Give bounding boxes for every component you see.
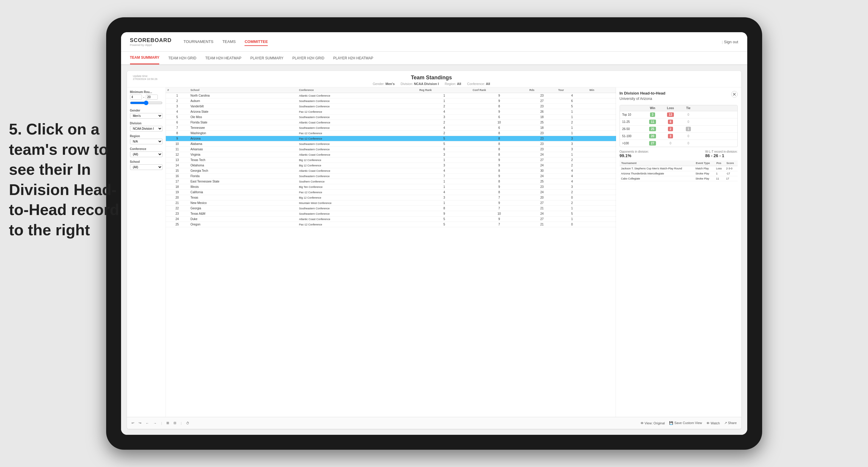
save-custom-button[interactable]: 💾 Save Custom View (669, 421, 702, 425)
redo-button[interactable]: ↪ (138, 421, 141, 425)
view-original-button[interactable]: 👁 View: Original (641, 422, 665, 425)
table-row[interactable]: 25 Oregon Pac-12 Conference 5 7 21 0 (166, 222, 616, 227)
filter-region-select[interactable]: N/A (130, 139, 162, 144)
cell-conf-rank: 8 (471, 131, 527, 136)
cell-win (588, 211, 616, 217)
h2h-range-label: 51-100 (620, 133, 644, 139)
table-row[interactable]: 15 Georgia Tech Atlantic Coast Conferenc… (166, 168, 616, 174)
cell-school: Florida (189, 174, 297, 179)
sub-tab-team-h2h-grid[interactable]: TEAM H2H GRID (168, 52, 196, 64)
watch-icon: 👁 (706, 422, 710, 425)
table-row[interactable]: 17 East Tennessee State Southern Confere… (166, 179, 616, 184)
cell-conf-rank: 8 (471, 136, 527, 142)
table-row[interactable]: 23 Texas A&M Southeastern Conference 9 1… (166, 211, 616, 217)
nav-tournaments[interactable]: TOURNAMENTS (184, 38, 214, 46)
table-row[interactable]: 6 Florida State Atlantic Coast Conferenc… (166, 120, 616, 125)
table-row[interactable]: 10 Alabama Southeastern Conference 5 8 2… (166, 142, 616, 147)
h2h-loss-cell: 13 (662, 111, 680, 118)
table-row[interactable]: 24 Duke Atlantic Coast Conference 5 9 27… (166, 217, 616, 222)
cell-conf-rank: 9 (471, 217, 527, 222)
table-row[interactable]: 12 Virginia Atlantic Coast Conference 3 … (166, 152, 616, 157)
table-row[interactable]: 16 Florida Southeastern Conference 7 9 2… (166, 174, 616, 179)
cell-reg-rank: 5 (417, 222, 471, 227)
table-row[interactable]: 3 Vanderbilt Southeastern Conference 2 8… (166, 104, 616, 109)
watch-button[interactable]: 👁 Watch (706, 422, 720, 425)
cell-reg-rank: 1 (417, 179, 471, 184)
table-row[interactable]: 2 Auburn Southeastern Conference 1 9 27 … (166, 98, 616, 104)
cell-num: 4 (166, 109, 189, 115)
sub-tab-team-summary[interactable]: TEAM SUMMARY (130, 52, 159, 64)
table-row[interactable]: 8 Washington Pac-12 Conference 2 8 23 1 (166, 131, 616, 136)
cell-rds: 23 (527, 147, 556, 152)
h2h-title: In Division Head-to-Head (620, 91, 665, 95)
table-row[interactable]: 22 Georgia Southeastern Conference 8 7 2… (166, 206, 616, 211)
filter-gender-select[interactable]: Men's (130, 113, 162, 119)
t-cell-name: Arizona Thunderbirds Intercollegiate (620, 171, 694, 176)
filter-school-select[interactable]: (All) (130, 164, 162, 170)
sign-out-button[interactable]: Sign out (722, 40, 738, 44)
table-row[interactable]: 9 Arizona Pac-12 Conference 5 8 23 3 (166, 136, 616, 142)
cell-tour: 2 (556, 200, 588, 206)
sub-tab-player-h2h-heatmap[interactable]: PLAYER H2H HEATMAP (333, 52, 373, 64)
timer-button[interactable]: ⏱ (186, 422, 189, 425)
cell-tour: 3 (556, 136, 588, 142)
table-row[interactable]: 4 Arizona State Pac-12 Conference 4 9 26… (166, 109, 616, 115)
cell-conference: Big 12 Conference (297, 157, 418, 163)
table-row[interactable]: 11 Arkansas Southeastern Conference 6 8 … (166, 147, 616, 152)
copy-button[interactable]: ⊞ (166, 421, 169, 425)
share-button[interactable]: ↗ Share (724, 421, 737, 425)
table-row[interactable]: 21 New Mexico Mountain West Conference 1… (166, 200, 616, 206)
cell-conf-rank: 8 (471, 190, 527, 195)
filter-conference-select[interactable]: (All) (130, 152, 162, 157)
cell-rds: 27 (527, 98, 556, 104)
h2h-tie-cell: 0 (680, 111, 698, 118)
undo-button[interactable]: ↩ (131, 421, 134, 425)
forward-button[interactable]: → (154, 422, 157, 425)
cell-win (588, 120, 616, 125)
h2h-team-name: University of Arizona (620, 97, 665, 101)
cell-school: Texas (189, 195, 297, 200)
tournament-row[interactable]: Arizona Thunderbirds Intercollegiate Str… (620, 171, 738, 176)
tournament-row[interactable]: Cabo Collegiate Stroke Play 11 17 (620, 176, 738, 181)
cell-rds: 21 (527, 206, 556, 211)
table-row[interactable]: 14 Oklahoma Big 12 Conference 3 9 24 2 (166, 163, 616, 168)
cell-school: Arizona (189, 136, 297, 142)
h2h-grid-row: Top 10 3 13 0 (620, 111, 737, 118)
table-row[interactable]: 19 California Pac-12 Conference 4 8 24 2 (166, 190, 616, 195)
t-cell-pos: 1 (715, 171, 725, 176)
table-row[interactable]: 13 Texas Tech Big 12 Conference 1 9 27 2 (166, 157, 616, 163)
table-row[interactable]: 18 Illinois Big Ten Conference 1 9 23 3 (166, 184, 616, 190)
paste-button[interactable]: ⊟ (174, 421, 176, 425)
cell-win (588, 147, 616, 152)
rounds-slider[interactable] (130, 100, 162, 105)
nav-committee[interactable]: COMMITTEE (245, 38, 268, 46)
nav-teams[interactable]: TEAMS (222, 38, 236, 46)
cell-conf-rank: 9 (471, 200, 527, 206)
h2h-close-button[interactable]: ✕ (731, 91, 738, 97)
cell-school: Georgia (189, 206, 297, 211)
sub-tab-player-h2h-grid[interactable]: PLAYER H2H GRID (292, 52, 324, 64)
cell-rds: 24 (527, 163, 556, 168)
sub-tab-player-summary[interactable]: PLAYER SUMMARY (250, 52, 284, 64)
cell-school: Florida State (189, 120, 297, 125)
filter-group-division: Division NCAA Division I (130, 122, 162, 131)
tournament-row[interactable]: Jackson T. Stephens Cup Men's Match-Play… (620, 166, 738, 171)
table-row[interactable]: 20 Texas Big 12 Conference 3 7 20 0 (166, 195, 616, 200)
filter-rounds-to[interactable] (146, 95, 158, 100)
filter-rounds-from[interactable] (130, 95, 142, 100)
table-row[interactable]: 7 Tennessee Southeastern Conference 4 6 … (166, 125, 616, 131)
table-row[interactable]: 5 Ole Miss Southeastern Conference 3 6 1… (166, 115, 616, 120)
t-cell-score: 17 (724, 176, 737, 181)
cell-num: 24 (166, 217, 189, 222)
filter-division-select[interactable]: NCAA Division I (130, 126, 162, 131)
cell-rds: 20 (527, 195, 556, 200)
opponents-label: Opponents in division: (620, 150, 649, 153)
cell-school: Alabama (189, 142, 297, 147)
back-button[interactable]: ← (146, 422, 149, 425)
cell-conf-rank: 8 (471, 104, 527, 109)
cell-win (588, 163, 616, 168)
table-row[interactable]: 1 North Carolina Atlantic Coast Conferen… (166, 93, 616, 98)
filter-division-label: Division (130, 122, 162, 125)
cell-rds: 23 (527, 184, 556, 190)
sub-tab-team-h2h-heatmap[interactable]: TEAM H2H HEATMAP (205, 52, 241, 64)
